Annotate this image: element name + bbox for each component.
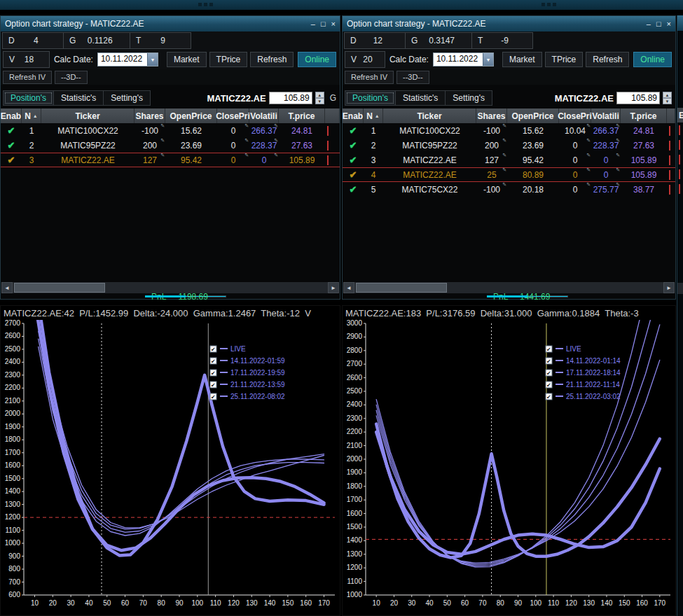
tab-setting-s[interactable]: Setting's [103, 90, 151, 106]
tprice-button[interactable]: TPrice [209, 52, 248, 67]
dropdown-arrow-icon[interactable]: ▼ [483, 53, 493, 66]
spin-down-button[interactable]: ▼ [663, 98, 672, 104]
column-header-volatili[interactable]: Volatili [249, 108, 279, 123]
refresh-iv-button[interactable]: Refresh IV [3, 71, 52, 84]
refresh-iv-button[interactable]: Refresh IV [345, 71, 394, 84]
cell-closeprice[interactable]: 0✎ [217, 123, 249, 138]
enabled-check-icon[interactable]: ✔ [1, 123, 22, 138]
market-button[interactable]: Market [502, 52, 542, 67]
legend-label[interactable]: 14.11.2022-01:59 [230, 357, 285, 365]
3d-button[interactable]: --3D-- [55, 71, 88, 84]
column-header-enab[interactable]: Enab [1, 108, 22, 123]
column-header-enab[interactable]: Enab [343, 108, 364, 123]
cell-volatility[interactable]: 266.37✎ [249, 123, 279, 138]
cell-closeprice[interactable]: 0✎ [217, 153, 249, 167]
spin-up-button[interactable]: ▲ [315, 92, 324, 98]
tab-position-s[interactable]: Position's [3, 90, 54, 106]
cell-volatility[interactable]: 266.37✎ [591, 123, 621, 138]
legend-label[interactable]: 17.11.2022-18:14 [566, 369, 621, 377]
position-row[interactable]: ✔5MATIC75CX22-100✎20.180✎275.77✎38.77 [343, 182, 675, 197]
cell-closeprice[interactable]: 0✎ [559, 153, 591, 167]
column-header-n[interactable]: N▲ [364, 108, 383, 123]
minimize-button[interactable]: – [647, 20, 651, 28]
position-row[interactable]: ✔1MATIC100CX22-100✎15.620✎266.37✎24.81 [1, 123, 340, 138]
pl-chart-canvas[interactable]: 6007008009001000110012001300140015001600… [1, 320, 340, 616]
tprice-button[interactable]: TPrice [545, 52, 584, 67]
column-header-openprice[interactable]: OpenPrice [507, 108, 559, 123]
cell-shares[interactable]: 25✎ [476, 167, 507, 182]
scrollbar-thumb[interactable] [14, 283, 105, 293]
scroll-left-button[interactable]: ◄ [1, 282, 13, 293]
market-button[interactable]: Market [167, 52, 207, 67]
legend-label[interactable]: 21.11.2022-11:14 [566, 381, 620, 388]
tab-position-s[interactable]: Position's [345, 90, 396, 106]
3d-button[interactable]: --3D-- [396, 71, 429, 84]
maximize-button[interactable]: □ [656, 20, 661, 28]
position-row[interactable]: ✔1MATIC100CX22-100✎15.6210.04✎266.37✎24.… [343, 123, 675, 138]
cell-shares[interactable]: -100✎ [134, 123, 165, 138]
cell-volatility[interactable]: 0✎ [591, 167, 621, 182]
cell-shares[interactable]: 127✎ [134, 153, 165, 167]
spin-down-button[interactable]: ▼ [315, 98, 324, 104]
cell-shares[interactable]: -100✎ [476, 182, 507, 197]
enabled-check-icon[interactable]: ✔ [343, 167, 364, 182]
price-input[interactable]: 105.89 [269, 92, 312, 104]
column-header-closepri[interactable]: ClosePri [559, 108, 591, 123]
column-header-shares[interactable]: Shares [134, 108, 165, 123]
cell-volatility[interactable]: 0✎ [249, 153, 279, 167]
legend-label[interactable]: 25.11.2022-08:02 [230, 393, 285, 400]
column-header-volatili[interactable]: Volatili [591, 108, 621, 123]
minimize-button[interactable]: – [311, 20, 315, 28]
scroll-left-button[interactable]: ◄ [343, 282, 354, 293]
position-row[interactable]: ✔2MATIC95PZ22200✎23.690✎228.37✎27.63 [343, 138, 675, 153]
column-header-t-price[interactable]: T.price [621, 108, 667, 123]
cell-volatility[interactable]: 275.77✎ [591, 182, 621, 197]
tab-setting-s[interactable]: Setting's [445, 90, 492, 106]
cell-closeprice[interactable]: 0✎ [559, 138, 591, 153]
enabled-check-icon[interactable]: ✔ [1, 138, 22, 153]
column-header-closepri[interactable]: ClosePri [217, 108, 249, 123]
enabled-check-icon[interactable]: ✔ [343, 123, 364, 138]
legend-label[interactable]: 14.11.2022-01:14 [566, 357, 621, 365]
cell-closeprice[interactable]: 0✎ [559, 167, 591, 182]
column-header-ticker[interactable]: Ticker [383, 108, 476, 123]
column-header-n[interactable]: N▲ [22, 108, 41, 123]
cell-shares[interactable]: 127✎ [476, 153, 507, 167]
horizontal-scrollbar[interactable]: ◄ ► [1, 282, 339, 293]
pl-chart-canvas[interactable]: 1000110012001300140015001600170018001900… [343, 320, 675, 616]
tab-statistic-s[interactable]: Statistic's [53, 90, 104, 106]
enabled-check-icon[interactable]: ✔ [343, 182, 364, 197]
legend-label[interactable]: LIVE [566, 345, 581, 353]
refresh-button[interactable]: Refresh [586, 52, 629, 67]
position-row[interactable]: ✔3MATICZ22.AE127✎95.420✎0✎105.89 [1, 153, 340, 167]
pl-chart[interactable]: 6007008009001000110012001300140015001600… [1, 320, 340, 616]
position-row[interactable]: ✔3MATICZ22.AE127✎95.420✎0✎105.89 [343, 153, 675, 167]
horizontal-scrollbar[interactable]: ◄ ► [343, 282, 675, 293]
enabled-check-icon[interactable]: ✔ [1, 153, 22, 167]
cell-volatility[interactable]: 228.37✎ [591, 138, 621, 153]
online-button[interactable]: Online [633, 52, 672, 67]
column-header-openprice[interactable]: OpenPrice [165, 108, 217, 123]
cell-volatility[interactable]: 228.37✎ [249, 138, 279, 153]
legend-label[interactable]: 21.11.2022-13:59 [230, 381, 285, 388]
calc-date-value[interactable]: 10.11.2022 [434, 53, 483, 66]
window-titlebar[interactable]: Option chart strategy - MATICZ22.AE – □ … [343, 16, 675, 31]
column-header-t-price[interactable]: T.price [279, 108, 325, 123]
spin-up-button[interactable]: ▲ [663, 92, 672, 98]
enabled-check-icon[interactable]: ✔ [343, 153, 364, 167]
legend-label[interactable]: 17.11.2022-19:59 [230, 369, 285, 377]
dropdown-arrow-icon[interactable]: ▼ [147, 53, 158, 66]
legend-label[interactable]: 25.11.2022-03:02 [566, 393, 621, 400]
cell-closeprice[interactable]: 10.04✎ [559, 123, 591, 138]
position-row[interactable]: ✔4MATICZ22.AE25✎80.890✎0✎105.89 [343, 167, 675, 182]
enabled-check-icon[interactable]: ✔ [343, 138, 364, 153]
cell-shares[interactable]: 200✎ [476, 138, 507, 153]
scrollbar-thumb[interactable] [356, 283, 447, 293]
legend-label[interactable]: LIVE [230, 345, 246, 353]
column-header-shares[interactable]: Shares [476, 108, 507, 123]
cell-closeprice[interactable]: 0✎ [559, 182, 591, 197]
calc-date-combobox[interactable]: 10.11.2022 ▼ [97, 52, 158, 66]
cell-shares[interactable]: -100✎ [476, 123, 507, 138]
scroll-right-button[interactable]: ► [328, 282, 339, 293]
cell-closeprice[interactable]: 0✎ [217, 138, 249, 153]
